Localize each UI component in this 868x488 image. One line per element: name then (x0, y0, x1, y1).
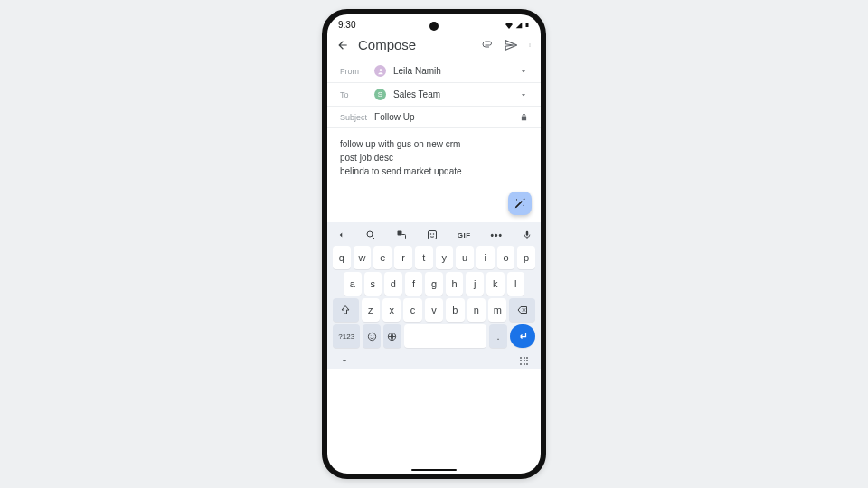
sticker-icon[interactable] (427, 230, 438, 240)
key-f[interactable]: f (405, 272, 423, 296)
shift-key[interactable] (333, 298, 359, 322)
svg-rect-8 (401, 235, 405, 239)
attach-icon[interactable] (481, 40, 494, 51)
from-label: From (340, 67, 367, 76)
key-q[interactable]: q (333, 246, 351, 269)
body-line: post job desc (340, 151, 528, 164)
key-u[interactable]: u (456, 246, 474, 269)
key-g[interactable]: g (425, 272, 443, 296)
keyboard-settings-icon[interactable] (520, 357, 528, 365)
translate-icon[interactable] (396, 230, 407, 240)
key-o[interactable]: o (497, 246, 515, 269)
svg-point-0 (530, 43, 531, 44)
svg-point-1 (530, 44, 531, 45)
wifi-icon (505, 22, 514, 29)
backspace-icon (516, 305, 529, 315)
svg-point-11 (433, 233, 435, 235)
keyboard-row-1: q w e r t y u i o p (331, 246, 537, 269)
more-toolbar-icon[interactable]: ••• (491, 230, 504, 240)
key-i[interactable]: i (476, 246, 495, 269)
svg-point-3 (379, 69, 382, 71)
keyboard-row-4: ?123 . (331, 324, 537, 348)
key-j[interactable]: j (466, 272, 484, 296)
keyboard-row-2: a s d f g h j k l (331, 272, 537, 296)
globe-key[interactable] (383, 324, 401, 348)
key-e[interactable]: e (373, 246, 392, 269)
mic-icon[interactable] (523, 230, 532, 240)
gif-button[interactable]: GIF (458, 231, 471, 239)
key-d[interactable]: d (384, 272, 402, 296)
svg-point-4 (516, 199, 517, 200)
from-avatar (374, 65, 386, 77)
enter-icon (517, 331, 528, 342)
collapse-keyboard-icon[interactable] (340, 356, 349, 365)
chevron-left-icon[interactable] (336, 230, 345, 239)
more-icon[interactable] (528, 39, 532, 52)
email-body[interactable]: follow up with gus on new crm post job d… (327, 128, 541, 222)
key-x[interactable]: x (382, 298, 401, 322)
status-time: 9:30 (338, 20, 355, 30)
shift-icon (340, 305, 351, 315)
pencil-sparkle-icon (514, 197, 526, 210)
chevron-down-icon (519, 90, 528, 99)
svg-rect-9 (428, 231, 436, 239)
key-h[interactable]: h (446, 272, 464, 296)
to-label: To (340, 90, 367, 99)
signal-icon (515, 22, 523, 29)
svg-point-6 (367, 231, 373, 237)
key-r[interactable]: r (394, 246, 412, 269)
search-icon[interactable] (365, 230, 376, 240)
keyboard-toolbar: GIF ••• (331, 226, 537, 246)
key-v[interactable]: v (425, 298, 443, 322)
svg-point-2 (530, 45, 531, 46)
key-c[interactable]: c (403, 298, 421, 322)
svg-point-14 (370, 335, 371, 336)
key-z[interactable]: z (362, 298, 380, 322)
key-k[interactable]: k (486, 272, 505, 296)
key-y[interactable]: y (436, 246, 454, 269)
svg-point-13 (368, 333, 375, 340)
back-icon[interactable] (336, 39, 349, 52)
phone-frame: 9:30 Compose From Leila Namih To S Sales… (322, 9, 546, 479)
key-l[interactable]: l (507, 272, 525, 296)
mode-key[interactable]: ?123 (333, 324, 360, 348)
globe-icon (387, 332, 397, 342)
from-name: Leila Namih (393, 66, 441, 76)
nav-bar (331, 351, 537, 367)
period-key[interactable]: . (489, 324, 507, 348)
home-handle[interactable] (411, 469, 457, 472)
to-avatar: S (374, 89, 386, 100)
key-n[interactable]: n (467, 298, 486, 322)
lock-icon (520, 113, 528, 121)
to-name: Sales Team (393, 89, 440, 99)
subject-row[interactable]: Subject Follow Up (327, 107, 541, 128)
svg-point-15 (373, 335, 373, 336)
key-a[interactable]: a (344, 272, 362, 296)
send-icon[interactable] (505, 39, 517, 52)
subject-label: Subject (340, 113, 367, 122)
battery-icon (524, 21, 530, 29)
chevron-down-icon (519, 67, 528, 76)
key-s[interactable]: s (364, 272, 382, 296)
ai-compose-button[interactable] (508, 192, 532, 215)
keyboard-row-3: z x c v b n m (331, 298, 537, 322)
svg-point-10 (430, 233, 432, 235)
svg-rect-12 (526, 231, 529, 236)
body-line: follow up with gus on new crm (340, 137, 528, 151)
key-t[interactable]: t (415, 246, 433, 269)
emoji-icon (367, 332, 377, 342)
backspace-key[interactable] (509, 298, 535, 322)
key-p[interactable]: p (517, 246, 535, 269)
emoji-key[interactable] (363, 324, 381, 348)
body-line: belinda to send market update (340, 164, 528, 178)
from-row[interactable]: From Leila Namih (327, 60, 541, 83)
key-m[interactable]: m (488, 298, 506, 322)
enter-key[interactable] (510, 324, 535, 348)
app-bar: Compose (327, 32, 541, 60)
key-b[interactable]: b (446, 298, 464, 322)
keyboard: GIF ••• q w e r t y u i o p a s d f g h … (327, 222, 541, 369)
to-row[interactable]: To S Sales Team (327, 83, 541, 107)
svg-point-5 (524, 205, 524, 206)
space-key[interactable] (404, 324, 486, 348)
key-w[interactable]: w (354, 246, 372, 269)
